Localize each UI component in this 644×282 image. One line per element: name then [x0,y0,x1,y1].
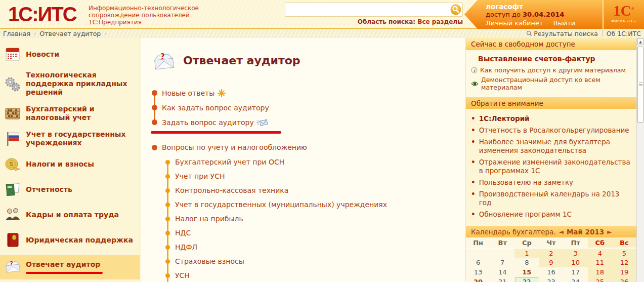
calendar-day[interactable]: 12 [612,258,636,267]
left-sidebar-nav: НовостиТехнологическая поддержка приклад… [0,38,140,282]
main-link-label[interactable]: Задать вопрос аудитору [162,118,254,127]
subtopic-link[interactable]: Бухгалтерский учет при ОСН [164,155,465,169]
main-link-label[interactable]: Как задать вопрос аудитору [162,104,269,112]
breadcrumb-current[interactable]: Отвечает аудитор [39,30,101,37]
attention-link[interactable]: •Производственный календарь на 2013 год [471,190,631,207]
emphasis-underline [151,131,281,134]
sidebar-item-reporting[interactable]: Отчетность [0,179,140,199]
calendar-day[interactable]: 10 [564,258,588,267]
calendar-day[interactable]: 7 [490,258,514,267]
subtopic-link[interactable]: Учет в государственных (муниципальных) у… [164,197,465,212]
right-sidebar: Сейчас в свободном доступе Выставление с… [465,38,636,282]
main-link-how-to-ask[interactable]: Как задать вопрос аудитору [151,100,465,115]
main-links: Новые ответыКак задать вопрос аудиторуЗа… [151,86,465,130]
demo-access-link[interactable]: Демонстрационный доступ ко всем материал… [471,76,631,91]
sidebar-item-auditor[interactable]: ?Отвечает аудитор [0,255,140,279]
bullet: • [471,158,476,175]
svg-text:?: ? [10,260,13,267]
calendar-day[interactable]: 26 [612,277,636,282]
calendar-next-button[interactable]: ► [607,228,612,235]
calendar-header: Календарь бухгалтера. ◄ Май 2013 ► [466,226,636,237]
calendar-day[interactable]: 20 [466,277,490,282]
envelope-icon: ? [4,258,21,275]
page-title: Отвечает аудитор [183,54,300,67]
calendar-day[interactable]: 16 [539,267,563,277]
subtopic-link[interactable]: НДС [164,226,465,240]
subtopic-link[interactable]: Контрольно-кассовая техника [164,183,465,197]
logout-link[interactable]: Выйти [553,19,576,28]
breadcrumb-home[interactable]: Главная [3,30,30,37]
attention-link[interactable]: •Отражение изменений законодательства в … [471,158,631,175]
sidebar-item-taxes[interactable]: 5Налоги и взносы [0,154,140,174]
calendar-day[interactable]: 19 [612,267,636,277]
main-link-new-answers[interactable]: Новые ответы [151,86,465,100]
subtopic-link[interactable]: Учет при УСН [164,169,465,183]
sidebar-item-gov-accounting[interactable]: Учет в государственных учреждениях [0,129,140,149]
attention-link[interactable]: •Пользователю на заметку [471,178,631,187]
attention-link[interactable]: •Наиболее значимые для бухгалтера измене… [471,138,631,155]
svg-text:5: 5 [10,162,13,167]
calendar-day[interactable]: 3 [564,248,588,258]
main-link-label[interactable]: Новые ответы [162,89,214,97]
site-logo[interactable]: 1С:ИТС [8,3,76,26]
calendar-day[interactable]: 23 [539,277,563,282]
personal-cabinet-link[interactable]: Личный кабинет [486,19,543,28]
sidebar-item-hr-payroll[interactable]: Кадры и оплата труда [0,205,140,225]
calendar-day[interactable]: 14 [490,267,514,277]
site-tagline: Информационно-технологическое сопровожде… [89,5,199,26]
attention-link[interactable]: •Обновление программ 1С [471,210,631,219]
calendar-day[interactable]: 4 [588,248,612,258]
calendar-day[interactable]: 1 [514,248,539,258]
calendar-day[interactable]: 21 [490,277,514,282]
calendar-day[interactable]: 17 [564,267,588,277]
search-scope-label[interactable]: Область поиска: Все разделы [285,18,463,25]
calendar-day[interactable]: 6 [466,258,490,267]
vertical-scrollbar[interactable]: ▲ [636,38,644,282]
sidebar-item-label: Налоги и взносы [26,160,94,169]
calendar-day[interactable]: 8 [514,258,539,267]
calendar-day[interactable]: 18 [588,267,612,277]
divider [602,30,603,37]
bullet: • [471,210,476,219]
calendar-day[interactable]: 25 [588,277,612,282]
sidebar-item-label: Юридическая поддержка [26,236,133,245]
calendar-day[interactable]: 2 [539,248,563,258]
calendar-day[interactable]: 11 [588,258,612,267]
calendar-day[interactable]: 24 [564,277,588,282]
sidebar-item-legal[interactable]: Юридическая поддержка [0,230,140,250]
abacus-icon [4,105,21,122]
calendar-day-today[interactable]: 22 [514,277,539,282]
search-input[interactable] [285,3,463,17]
subtopic-link[interactable]: Налог на прибыль [164,212,465,226]
search-button[interactable] [450,4,461,15]
about-link[interactable]: Об 1С:ИТС [607,30,641,37]
sidebar-item-label: Новости [26,50,59,59]
main-link-questions-section[interactable]: Вопросы по учету и налогообложению [151,141,465,154]
attention-link[interactable]: •1С:Лекторий [471,114,631,123]
subtopic-link[interactable]: НДФЛ [164,240,465,254]
attention-link[interactable]: •Отчетность в Росалкогольрегулирование [471,126,631,135]
sidebar-item-tech-support[interactable]: Технологическая поддержка прикладных реш… [0,69,140,98]
calendar-day[interactable]: 13 [466,267,490,277]
calendar-prev-button[interactable]: ◄ [559,228,564,235]
scrollbar-thumb[interactable] [637,47,643,123]
featured-free-link[interactable]: Выставление счетов-фактур [478,55,631,63]
how-to-get-access-link[interactable]: i Как получить доступ к другим материала… [471,66,631,74]
search-results-link[interactable]: Результаты поиска [526,30,598,37]
calendar-day[interactable]: 15 [514,267,539,277]
sidebar-item-label: Отвечает аудитор [26,260,103,269]
attention-list: •1С:Лекторий•Отчетность в Росалкогольрег… [466,109,636,226]
sidebar-item-news[interactable]: Новости [0,44,140,64]
flag-icon [4,130,21,147]
calendar-day[interactable]: 5 [612,248,636,258]
scroll-up-button[interactable]: ▲ [637,38,643,45]
calendar-day[interactable]: 9 [539,258,563,267]
subtopic-link[interactable]: Страховые взносы [164,254,465,268]
firm-1c-logo[interactable]: 1С® ФИРМА «1С» [603,0,644,29]
bullet: • [471,190,476,207]
report-icon [4,181,21,198]
main-link-ask-question[interactable]: Задать вопрос аудитору [151,115,465,130]
svg-text:?: ? [160,52,165,61]
subtopic-link[interactable]: УСН [164,268,465,282]
sidebar-item-accounting[interactable]: Бухгалтерский и налоговый учет [0,103,140,124]
